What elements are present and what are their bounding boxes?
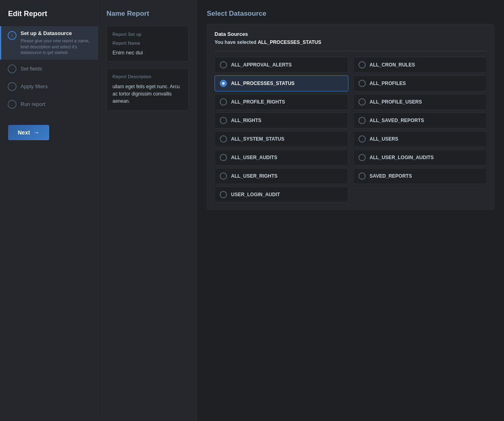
datasource-option-all_processes_status[interactable]: ALL_PROCESSES_STATUS — [215, 75, 348, 91]
radio-all_approval_alerts — [220, 61, 227, 68]
datasource-label-all_users: ALL_USERS — [370, 136, 398, 142]
datasource-option-all_system_status[interactable]: ALL_SYSTEM_STATUS — [215, 131, 348, 147]
sidebar-step-set-fields[interactable]: Set fields — [0, 60, 98, 77]
report-name-label: Report Name — [112, 41, 183, 46]
datasource-option-all_user_audits[interactable]: ALL_USER_AUDITS — [215, 149, 348, 166]
report-description-section: Report Description ullam eget felis eget… — [106, 68, 189, 111]
datasource-label-all_profile_rights: ALL_PROFILE_RIGHTS — [231, 99, 285, 105]
datasource-option-all_profile_rights[interactable]: ALL_PROFILE_RIGHTS — [215, 94, 348, 110]
report-name-value: Enim nec dui — [112, 50, 183, 56]
datasource-selected-value: ALL_PROCESSES_STATUS — [258, 39, 321, 45]
datasource-label-all_profiles: ALL_PROFILES — [370, 81, 406, 86]
datasource-label-all_user_audits: ALL_USER_AUDITS — [231, 155, 277, 160]
datasource-option-all_cron_rules[interactable]: ALL_CRON_RULES — [353, 57, 487, 73]
datasource-divider — [215, 51, 487, 51]
radio-all_users — [358, 135, 366, 143]
datasource-option-all_profile_users[interactable]: ALL_PROFILE_USERS — [353, 94, 487, 110]
radio-all_user_audits — [220, 154, 227, 161]
datasource-label-all_cron_rules: ALL_CRON_RULES — [370, 62, 415, 68]
radio-all_profile_rights — [220, 98, 227, 106]
sidebar-step-apply-filters[interactable]: Apply filters — [0, 77, 98, 95]
name-report-title: Name Report — [106, 10, 189, 18]
step-desc-setup: Please give your new report a name, brie… — [21, 38, 92, 56]
datasource-label-user_login_audit: USER_LOGIN_AUDIT — [231, 192, 280, 197]
datasource-label-saved_reports: SAVED_REPORTS — [370, 173, 412, 179]
datasource-box: Data Sources You have selected ALL_PROCE… — [207, 24, 494, 209]
report-description-label: Report Description — [112, 74, 183, 79]
datasource-option-all_approval_alerts[interactable]: ALL_APPROVAL_ALERTS — [215, 57, 348, 73]
arrow-icon: → — [33, 129, 40, 136]
report-setup-label: Report Set up — [112, 32, 183, 37]
datasource-label-all_system_status: ALL_SYSTEM_STATUS — [231, 136, 284, 142]
radio-all_user_rights — [220, 172, 227, 180]
step-circle-2 — [8, 64, 17, 73]
datasource-option-all_profiles[interactable]: ALL_PROFILES — [353, 75, 487, 91]
next-button[interactable]: Next → — [8, 125, 49, 140]
step-label-set-fields: Set fields — [21, 66, 42, 72]
main-content: Name Report Report Set up Report Name En… — [98, 0, 504, 421]
datasource-label-all_approval_alerts: ALL_APPROVAL_ALERTS — [231, 62, 292, 68]
datasource-option-all_saved_reports[interactable]: ALL_SAVED_REPORTS — [353, 112, 487, 129]
step-circle-1: 1 — [8, 31, 17, 40]
datasource-option-all_rights[interactable]: ALL_RIGHTS — [215, 112, 348, 129]
radio-all_cron_rules — [358, 61, 366, 68]
radio-user_login_audit — [220, 191, 227, 198]
datasource-selected-text: You have selected ALL_PROCESSES_STATUS — [215, 39, 487, 45]
sidebar: Edit Report 1 Set up & Datasource Please… — [0, 0, 98, 421]
datasource-label-all_user_login_audits: ALL_USER_LOGIN_AUDITS — [370, 155, 434, 160]
radio-all_profile_users — [358, 98, 366, 106]
radio-all_saved_reports — [358, 117, 366, 124]
datasource-label-all_profile_users: ALL_PROFILE_USERS — [370, 99, 422, 105]
datasource-option-saved_reports[interactable]: SAVED_REPORTS — [353, 168, 487, 184]
report-setup-section: Report Set up Report Name Enim nec dui — [106, 26, 189, 62]
name-report-panel: Name Report Report Set up Report Name En… — [98, 0, 197, 421]
step-label-run-report: Run report — [21, 101, 45, 107]
datasource-label-all_user_rights: ALL_USER_RIGHTS — [231, 173, 277, 179]
datasource-title: Select Datasource — [207, 10, 494, 18]
step-label-apply-filters: Apply filters — [21, 83, 48, 89]
sidebar-step-run-report[interactable]: Run report — [0, 95, 98, 113]
radio-all_profiles — [358, 80, 366, 87]
datasource-grid: ALL_APPROVAL_ALERTSALL_CRON_RULESALL_PRO… — [215, 57, 487, 203]
sidebar-title: Edit Report — [0, 0, 98, 26]
datasource-option-all_users[interactable]: ALL_USERS — [353, 131, 487, 147]
datasource-label-all_processes_status: ALL_PROCESSES_STATUS — [231, 81, 295, 86]
radio-all_rights — [220, 117, 227, 124]
step-circle-3 — [8, 82, 17, 91]
sidebar-step-setup[interactable]: 1 Set up & Datasource Please give your n… — [0, 26, 98, 60]
radio-all_system_status — [220, 135, 227, 143]
datasource-box-title: Data Sources — [215, 31, 487, 37]
datasource-label-all_saved_reports: ALL_SAVED_REPORTS — [370, 118, 424, 123]
datasource-option-all_user_rights[interactable]: ALL_USER_RIGHTS — [215, 168, 348, 184]
radio-all_user_login_audits — [358, 154, 366, 161]
datasource-option-all_user_login_audits[interactable]: ALL_USER_LOGIN_AUDITS — [353, 149, 487, 166]
datasource-panel: Select Datasource Data Sources You have … — [197, 0, 504, 421]
radio-all_processes_status — [220, 80, 227, 87]
radio-saved_reports — [358, 172, 366, 180]
step-label-setup: Set up & Datasource — [21, 30, 92, 36]
datasource-option-user_login_audit[interactable]: USER_LOGIN_AUDIT — [215, 187, 348, 203]
datasource-label-all_rights: ALL_RIGHTS — [231, 118, 261, 123]
next-button-wrapper: Next → — [0, 117, 98, 148]
report-description-value: ullam eget felis eget nunc. Arcu ac tort… — [112, 83, 183, 105]
step-circle-4 — [8, 100, 17, 109]
